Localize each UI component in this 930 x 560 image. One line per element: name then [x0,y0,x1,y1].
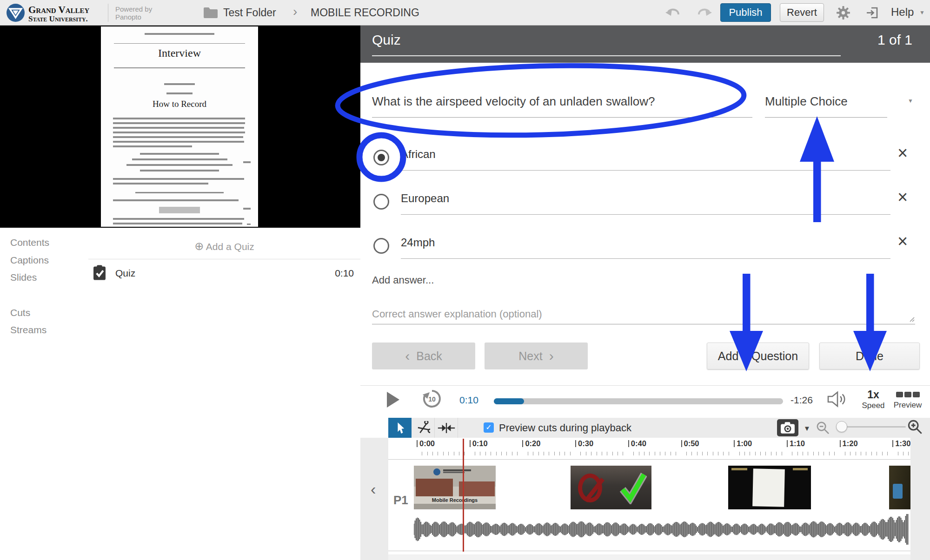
delete-answer-button[interactable]: × [897,188,908,206]
ruler-minor-tick [856,452,856,455]
speed-control[interactable]: 1x Speed [858,389,889,410]
doc-text-line-placeholder [113,136,243,138]
answer-input[interactable]: European [401,192,449,205]
pointer-tool-button[interactable] [388,418,412,438]
logo-line-2: State University. [28,15,88,23]
ruler-minor-tick [559,452,560,455]
publish-button[interactable]: Publish [720,3,771,22]
next-button[interactable]: Next › [485,343,588,369]
preview-cuts-label[interactable]: Preview cuts during playback [499,422,631,434]
thumbnail-phone[interactable] [728,466,811,509]
ruler-major-tick [522,440,523,447]
answer-radio[interactable] [373,238,389,254]
sidebar-item-captions[interactable]: Captions [10,255,49,266]
camera-icon [780,422,795,434]
delete-answer-button[interactable]: × [897,144,908,162]
ruler-minor-tick [713,452,713,455]
ruler-minor-tick [818,452,819,455]
redo-icon[interactable] [696,7,712,20]
sidebar-item-cuts[interactable]: Cuts [10,307,30,318]
answer-input[interactable]: African [401,148,436,161]
playhead[interactable] [463,439,464,552]
annotation-arrow-up-type [800,116,834,222]
timeline-track-p1[interactable]: P1 Mobile Recordings [388,459,910,551]
delete-answer-button[interactable]: × [897,232,908,250]
progress-bar[interactable] [494,398,783,404]
breadcrumb-folder[interactable]: Test Folder [223,7,276,19]
add-question-button[interactable]: Add a Question [707,343,809,369]
zoom-out-icon[interactable] [816,421,830,435]
question-type-caret-icon: ▼ [908,98,913,104]
sign-out-icon[interactable] [865,6,879,20]
explanation-textarea[interactable]: Correct answer explanation (optional) [372,308,542,320]
progress-fill [494,398,524,404]
ruler-minor-tick [903,452,903,455]
answer-radio[interactable] [373,194,389,210]
logo-line-1: Grand Valley [28,5,89,15]
thumbnail-do-dont[interactable] [571,466,651,509]
revert-button[interactable]: Revert [780,3,824,22]
rewind-10-button[interactable]: 10 [420,388,444,410]
ruler-minor-tick [612,452,613,455]
green-check-icon [620,472,647,504]
ruler-minor-tick [459,452,459,455]
zoom-slider-handle[interactable] [836,421,847,432]
undo-icon[interactable] [665,7,682,20]
ruler-tick-label: 0:30 [578,439,593,448]
add-answer-field[interactable]: Add answer... [372,274,434,286]
ruler-minor-tick [824,452,824,455]
ruler-minor-tick [808,452,808,455]
ruler-minor-tick [649,452,650,455]
remaining-time: -1:26 [790,395,813,406]
thumbnail-end[interactable] [889,466,910,509]
quiz-list-divider [88,259,360,259]
doc-text-line-placeholder [113,141,244,143]
ruler-minor-tick [686,452,687,455]
trim-tool-button[interactable] [435,418,458,438]
collapse-track-chevron[interactable]: ‹ [371,480,376,498]
sidebar-item-quizzes[interactable]: Quizzes [10,290,47,301]
volume-icon[interactable] [826,390,848,408]
ruler-minor-tick [866,452,866,455]
ruler-tick-label: 0:50 [684,439,699,448]
preview-control[interactable]: Preview [889,391,926,410]
ruler-minor-tick [861,452,861,455]
gear-icon[interactable] [837,6,850,20]
camera-caret-icon[interactable]: ▼ [804,424,810,432]
zoom-in-icon[interactable] [907,419,923,435]
help-menu[interactable]: Help [891,6,914,19]
sidebar-item-streams[interactable]: Streams [10,324,46,336]
thumbnail-campus[interactable]: Mobile Recordings [414,466,496,509]
answer-input[interactable]: 24mph [401,236,435,249]
question-input[interactable]: What is the airspeed velocity of an unla… [372,94,655,109]
add-quiz-plus-icon: ⊕ [194,240,204,252]
play-button[interactable] [387,392,399,408]
ruler-major-tick [681,440,682,447]
resize-handle-icon[interactable] [909,316,915,322]
ruler-minor-tick [549,452,549,455]
doc-heading: How to Record [101,99,258,109]
ruler-minor-tick [485,452,486,455]
answer-radio[interactable] [373,150,389,165]
question-type-dropdown[interactable]: Multiple Choice [765,94,848,109]
video-preview[interactable]: Interview How to Record [0,26,360,228]
quiz-title-underline [372,55,841,56]
ruler-minor-tick [517,452,518,455]
scissors-icon [416,421,430,435]
ruler-minor-tick [443,452,444,455]
ruler-minor-tick [723,452,724,455]
add-quiz-button[interactable]: ⊕ Add a Quiz [88,240,360,253]
preview-cuts-checkbox[interactable]: ✓ [484,422,494,433]
done-button[interactable]: Done [819,343,920,369]
pointer-cursor-icon [395,422,405,435]
ruler-minor-tick [570,452,571,455]
ruler-minor-tick [829,452,830,455]
scissors-tool-button[interactable] [412,418,435,438]
quiz-list-row[interactable]: Quiz 0:10 [88,264,360,284]
zoom-slider-track[interactable] [842,426,906,428]
back-button[interactable]: ‹ Back [372,343,475,369]
sidebar-item-slides[interactable]: Slides [10,272,37,283]
snapshot-camera-button[interactable] [777,419,798,436]
sidebar-item-contents[interactable]: Contents [10,237,49,248]
timeline-ruler[interactable]: 0:000:100:200:300:400:501:001:101:201:30 [388,438,910,459]
